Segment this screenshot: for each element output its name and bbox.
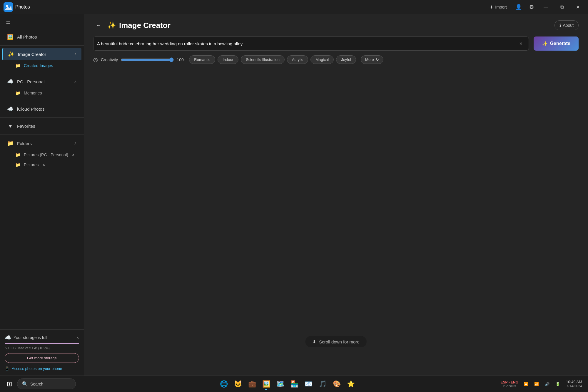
access-phone-label: Access photos on your phone [12, 366, 62, 371]
lang-main: ESP - ENG [501, 380, 518, 384]
pc-chevron-icon: ∧ [74, 79, 77, 84]
taskbar-app-edge[interactable]: 🌐 [217, 378, 230, 391]
filter-indoor[interactable]: Indoor [218, 55, 238, 64]
pictures-icon: 📁 [15, 162, 20, 167]
taskbar-app-mail[interactable]: 📧 [302, 378, 315, 391]
sidebar-item-favorites[interactable]: ♥ Favorites [2, 120, 81, 132]
pictures-pc-label: Pictures (PC - Personal) [24, 152, 68, 157]
sidebar-item-folders[interactable]: 📁 Folders ∧ [2, 137, 81, 150]
import-icon: ⬇ [490, 5, 493, 9]
clock[interactable]: 10:49 AM 7/14/2024 [564, 378, 584, 389]
taskbar-app-photos[interactable]: 🖼️ [260, 378, 273, 391]
prompt-input[interactable] [97, 41, 517, 46]
page-title: Image Creator [119, 21, 171, 30]
created-images-icon: 📁 [15, 63, 20, 68]
pictures-chevron: ∧ [42, 162, 45, 167]
minimize-button[interactable]: — [539, 2, 553, 12]
icloud-icon: ☁️ [7, 106, 14, 112]
folders-label: Folders [17, 141, 71, 146]
import-button[interactable]: ⬇ Import [486, 3, 511, 11]
taskbar-app-2[interactable]: 💼 [245, 378, 258, 391]
hamburger-menu[interactable]: ☰ [2, 18, 14, 29]
storage-bar-fill [5, 343, 79, 344]
generate-label: Generate [550, 41, 570, 46]
prompt-clear-button[interactable]: ✕ [517, 39, 525, 48]
volume-icon[interactable]: 🔊 [542, 381, 552, 387]
lang-time: In 2 hours [503, 384, 516, 388]
battery-icon[interactable]: 🔋 [553, 381, 562, 387]
creativity-slider[interactable] [121, 57, 174, 62]
sidebar-item-image-creator[interactable]: ✨ Image Creator ∧ [2, 48, 81, 60]
about-icon: ℹ [559, 23, 561, 28]
pictures-pc-icon: 📁 [15, 152, 20, 157]
restore-button[interactable]: ⧉ [555, 2, 569, 12]
storage-title: Your storage is full [14, 335, 47, 340]
sidebar-item-memories[interactable]: 📁 Memories [2, 88, 81, 98]
user-avatar[interactable]: 👤 [513, 2, 524, 12]
app-icon [4, 2, 13, 12]
creativity-group: ◎ Creativity 100 [93, 57, 186, 63]
get-storage-button[interactable]: Get more storage [5, 353, 79, 363]
filter-magical[interactable]: Magical [310, 55, 334, 64]
image-creator-label: Image Creator [18, 52, 71, 57]
filter-acrylic[interactable]: Acrylic [287, 55, 308, 64]
favorites-icon: ♥ [7, 123, 14, 129]
more-button[interactable]: More ↻ [361, 55, 383, 64]
language-selector[interactable]: ESP - ENG In 2 hours [499, 380, 520, 388]
pc-personal-label: PC - Personal [17, 79, 71, 84]
creativity-icon: ◎ [93, 57, 98, 63]
memories-icon: 📁 [15, 91, 20, 95]
date-display: 7/14/2024 [566, 384, 582, 388]
generate-button[interactable]: ✨ Generate [534, 36, 579, 51]
access-phone-link[interactable]: 📱 Access photos on your phone [5, 366, 79, 371]
taskbar-apps: 🌐 🐱 💼 🖼️ 🗺️ 🏪 📧 🎵 🎨 ⭐ [78, 378, 497, 391]
sidebar-item-created-images[interactable]: 📁 Created Images [2, 61, 81, 70]
sidebar: ☰ 🖼️ All Photos ✨ Image Creator ∧ 📁 Crea… [0, 14, 84, 376]
content-header: ← ✨ Image Creator ℹ About ✕ ✨ [84, 14, 588, 67]
sidebar-item-icloud[interactable]: ☁️ iCloud Photos [2, 103, 81, 115]
header-top: ← ✨ Image Creator ℹ About [93, 20, 579, 31]
taskbar-search[interactable]: 🔍 Search [17, 378, 76, 389]
creativity-label: Creativity [101, 57, 118, 62]
wifi-icon[interactable]: 📶 [532, 381, 541, 387]
filter-romantic[interactable]: Romantic [189, 55, 215, 64]
taskbar-app-maps[interactable]: 🗺️ [274, 378, 287, 391]
folders-chevron-icon: ∧ [74, 141, 77, 145]
taskbar-app-music[interactable]: 🎵 [316, 378, 329, 391]
phone-icon: 📱 [5, 366, 9, 371]
storage-label: ☁️ Your storage is full [5, 334, 47, 341]
memories-label: Memories [24, 91, 42, 95]
sidebar-item-all-photos[interactable]: 🖼️ All Photos [2, 31, 81, 43]
sidebar-section-pc [0, 73, 84, 73]
start-button[interactable]: ⊞ [4, 378, 15, 390]
sidebar-section-folders [0, 134, 84, 135]
filter-joyful[interactable]: Joyful [336, 55, 356, 64]
sidebar-item-pictures[interactable]: 📁 Pictures ∧ [2, 160, 81, 170]
taskbar-app-1[interactable]: 🐱 [231, 378, 244, 391]
sidebar-item-pictures-pc[interactable]: 📁 Pictures (PC - Personal) ∧ [2, 150, 81, 160]
about-button[interactable]: ℹ About [554, 20, 579, 30]
back-button[interactable]: ← [93, 20, 104, 31]
taskbar-app-store[interactable]: 🏪 [288, 378, 301, 391]
taskbar-search-text: Search [30, 382, 43, 386]
app-title: Photos [15, 4, 486, 10]
settings-icon[interactable]: ⚙ [526, 2, 537, 12]
sidebar-item-pc-personal[interactable]: ☁️ PC - Personal ∧ [2, 75, 81, 88]
system-tray[interactable]: 🔼 [521, 381, 531, 387]
taskbar-app-extra1[interactable]: 🎨 [330, 378, 343, 391]
sidebar-section-favorites [0, 117, 84, 118]
image-creator-icon: ✨ [8, 51, 14, 57]
storage-section: ☁️ Your storage is full ∧ 5.1 GB used of… [0, 329, 84, 376]
icloud-label: iCloud Photos [17, 107, 77, 112]
titlebar-actions: ⬇ Import 👤 ⚙ — ⧉ ✕ [486, 2, 584, 12]
storage-bar-bg [5, 343, 79, 344]
filter-scientific[interactable]: Scientific Illustration [241, 55, 285, 64]
sidebar-section-icloud [0, 100, 84, 100]
storage-chevron-icon[interactable]: ∧ [76, 335, 79, 340]
close-button[interactable]: ✕ [571, 2, 584, 12]
creativity-value: 100 [177, 57, 186, 62]
scroll-down-overlay[interactable]: ⬇ Scroll down for more [305, 336, 367, 347]
sidebar-section-creator [0, 45, 84, 46]
page-title-area: ✨ Image Creator [107, 21, 171, 30]
taskbar-app-extra2[interactable]: ⭐ [344, 378, 357, 391]
